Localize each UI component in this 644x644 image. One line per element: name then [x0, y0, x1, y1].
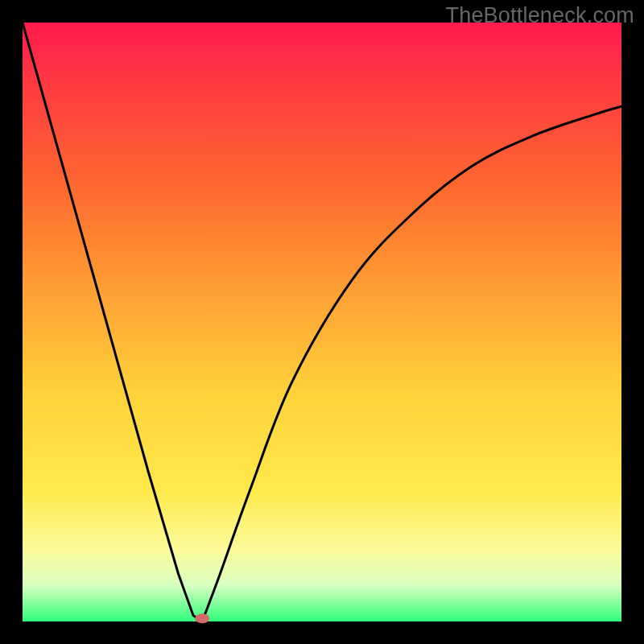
watermark-text: TheBottleneck.com — [445, 3, 634, 28]
optimum-marker — [195, 613, 209, 623]
bottleneck-curve — [23, 23, 621, 621]
